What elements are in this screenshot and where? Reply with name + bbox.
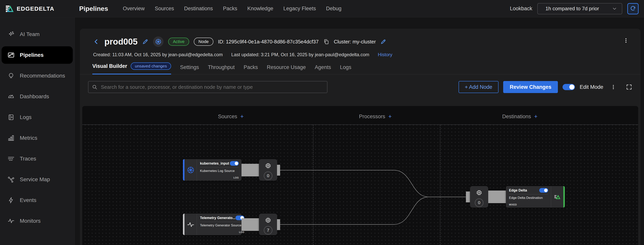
- sidebar-item-label: Pipelines: [20, 52, 44, 58]
- nav-legacy-fleets[interactable]: Legacy Fleets: [284, 6, 316, 12]
- edit-mode-toggle[interactable]: [562, 84, 575, 90]
- tab-bar: Visual Builder unsaved changes Settings …: [80, 62, 640, 74]
- add-processor-button[interactable]: +: [388, 113, 392, 120]
- nav-overview[interactable]: Overview: [123, 6, 145, 12]
- lookback-select[interactable]: 1h compared to 7d prior: [537, 3, 622, 14]
- divider: [200, 222, 244, 222]
- edit-mode-label: Edit Mode: [580, 84, 603, 90]
- sidebar: AI Team Pipelines Recommendations: [0, 17, 75, 245]
- nav-debug[interactable]: Debug: [326, 6, 342, 12]
- edit-cluster-button[interactable]: [380, 39, 386, 45]
- chip-icon: [264, 162, 272, 170]
- edgedelta-logo-icon: [6, 4, 14, 13]
- top-bar: EDGEDELTA Pipelines Overview Sources Des…: [0, 0, 644, 17]
- sidebar-item-label: AI Team: [20, 31, 40, 37]
- telemetry-waveform-icon: [184, 214, 197, 235]
- fullscreen-icon[interactable]: [626, 84, 632, 90]
- processor-node-kubernetes[interactable]: 0: [259, 159, 277, 181]
- pipeline-meta: Created: 11:03 AM, Oct 16, 2025 by jean-…: [80, 49, 640, 57]
- processor-node-destination[interactable]: 0: [470, 186, 488, 208]
- nav-sources[interactable]: Sources: [155, 6, 174, 12]
- node-search-input[interactable]: [88, 81, 328, 93]
- app-window: EDGEDELTA Pipelines Overview Sources Des…: [0, 0, 644, 245]
- tab-visual-builder[interactable]: Visual Builder unsaved changes: [92, 62, 171, 74]
- lightbulb-icon: [7, 72, 15, 79]
- tab-resource-usage[interactable]: Resource Usage: [267, 64, 306, 74]
- sidebar-item-service-map[interactable]: Service Map: [2, 171, 73, 188]
- waveform-icon: [7, 217, 15, 225]
- add-node-button[interactable]: + Add Node: [458, 81, 498, 93]
- sidebar-item-label: Dashboards: [20, 93, 49, 100]
- canvas-grid: [82, 125, 638, 245]
- node-type: Edge Delta Destination: [509, 196, 548, 200]
- sidebar-item-logs[interactable]: Logs: [2, 109, 73, 126]
- node-enabled-toggle[interactable]: [539, 188, 548, 193]
- tab-settings[interactable]: Settings: [180, 64, 199, 74]
- nav-packs[interactable]: Packs: [223, 6, 238, 12]
- pipeline-title: prod005: [104, 37, 138, 46]
- destination-node-edgedelta[interactable]: Edge Delta Edge Delta Destination MIXED: [506, 186, 565, 208]
- column-label: Processors: [359, 114, 385, 120]
- connector-bar: [488, 191, 506, 203]
- source-accent: [183, 214, 184, 235]
- header-more-menu[interactable]: [623, 37, 629, 44]
- traces-icon: [7, 155, 15, 162]
- node-enabled-toggle[interactable]: [230, 161, 239, 166]
- tab-throughput[interactable]: Throughput: [208, 64, 235, 74]
- node-datatype-badge: LOG: [239, 231, 244, 234]
- page-title: Pipelines: [79, 5, 108, 12]
- sidebar-item-dashboards[interactable]: Dashboards: [2, 88, 73, 105]
- sources-column-header: Sources +: [218, 113, 244, 120]
- column-label: Sources: [218, 114, 237, 120]
- node-type: Telemetry Generator Source: [200, 224, 244, 227]
- tab-agents[interactable]: Agents: [315, 64, 331, 74]
- edit-title-button[interactable]: [142, 38, 148, 45]
- sidebar-item-label: Metrics: [20, 135, 37, 141]
- sidebar-item-pipelines[interactable]: Pipelines: [2, 46, 73, 64]
- column-separator: [440, 125, 440, 245]
- back-button[interactable]: [93, 38, 100, 45]
- lookback-label: Lookback: [510, 6, 532, 12]
- kubernetes-icon: [153, 36, 164, 47]
- nav-knowledge[interactable]: Knowledge: [247, 6, 273, 12]
- connector-bar: [242, 218, 259, 231]
- cluster-label: Cluster: my-cluster: [334, 39, 376, 45]
- pipeline-canvas[interactable]: Sources + Processors + Destinations +: [82, 106, 638, 245]
- review-changes-button[interactable]: Review Changes: [503, 81, 558, 93]
- history-link[interactable]: History: [378, 52, 392, 57]
- destinations-column-header: Destinations +: [502, 113, 538, 120]
- toolbar-more-menu[interactable]: [611, 84, 616, 90]
- sidebar-item-ai-team[interactable]: AI Team: [2, 25, 73, 43]
- sidebar-item-metrics[interactable]: Metrics: [2, 129, 73, 147]
- tab-logs[interactable]: Logs: [340, 64, 352, 74]
- sidebar-item-recommendations[interactable]: Recommendations: [2, 67, 73, 84]
- port-stub: [277, 165, 280, 176]
- sidebar-item-traces[interactable]: Traces: [2, 150, 73, 168]
- sidebar-item-label: Recommendations: [20, 73, 65, 79]
- nav-destinations[interactable]: Destinations: [184, 6, 213, 12]
- processor-node-telemetry[interactable]: 7: [259, 214, 277, 235]
- status-badge: Active: [168, 38, 189, 46]
- kubernetes-icon: [184, 159, 197, 181]
- add-destination-button[interactable]: +: [534, 113, 538, 120]
- search-icon: [92, 84, 98, 90]
- source-node-kubernetes[interactable]: kubernetes_input Kubernetes Log Source L…: [183, 159, 242, 181]
- tab-packs[interactable]: Packs: [244, 64, 258, 74]
- processor-count: 7: [264, 226, 272, 235]
- lookback-value: 1h compared to 7d prior: [546, 6, 599, 12]
- source-node-telemetry[interactable]: Telemetry Generato... Telemetry Generato…: [183, 214, 242, 235]
- sidebar-item-events[interactable]: Events: [2, 192, 73, 209]
- refresh-button[interactable]: [627, 3, 638, 14]
- source-accent: [183, 159, 184, 181]
- sidebar-item-monitors[interactable]: Monitors: [2, 212, 73, 230]
- logs-icon: [7, 114, 15, 121]
- tab-label: Visual Builder: [92, 63, 127, 69]
- destination-accent: [563, 186, 565, 208]
- add-source-button[interactable]: +: [240, 113, 244, 120]
- copy-id-button[interactable]: [323, 39, 329, 45]
- column-label: Destinations: [502, 114, 531, 120]
- pipeline-id: ID: 1295c9f4-0e1a-4870-8d86-87c35e4dcf37: [218, 39, 319, 45]
- sparkle-icon: [7, 31, 15, 38]
- sidebar-item-label: Monitors: [20, 218, 40, 224]
- brand-logo[interactable]: EDGEDELTA: [6, 4, 54, 13]
